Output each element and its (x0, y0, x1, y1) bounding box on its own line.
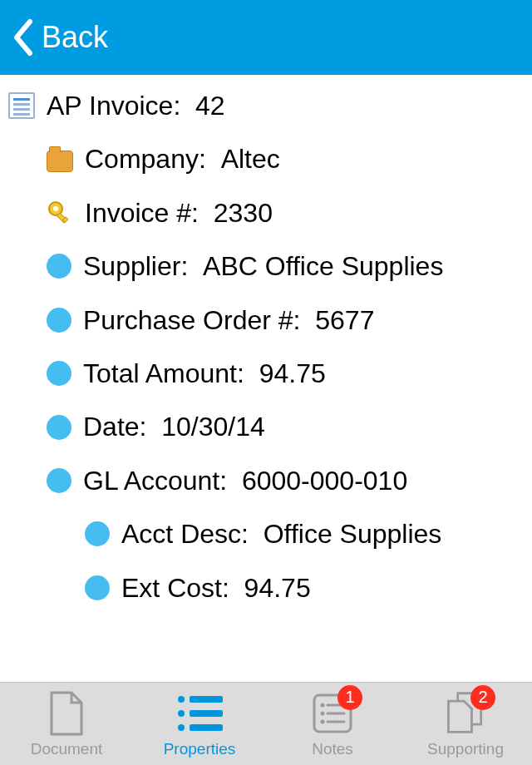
property-label: Date: (83, 411, 161, 442)
header-row[interactable]: AP Invoice: 42 (8, 90, 524, 121)
dot-icon (85, 575, 110, 600)
tab-properties[interactable]: Properties (133, 690, 266, 758)
property-value: Altec (221, 143, 280, 175)
property-row-ext-cost[interactable]: Ext Cost: 94.75 (8, 572, 524, 604)
svg-point-13 (321, 711, 325, 715)
header-value: 42 (195, 90, 225, 121)
property-row-invoice-number[interactable]: Invoice #: 2330 (8, 197, 524, 229)
back-button[interactable]: Back (12, 18, 108, 57)
svg-point-6 (178, 710, 185, 717)
property-row-acct-desc[interactable]: Acct Desc: Office Supplies (8, 518, 524, 550)
tab-label: Notes (312, 740, 353, 758)
property-value: 10/30/14 (161, 411, 265, 442)
property-label: Ext Cost: (121, 572, 244, 604)
document-icon (8, 92, 35, 119)
supporting-badge: 2 (470, 685, 495, 710)
dot-icon (47, 415, 71, 440)
property-row-date[interactable]: Date: 10/30/14 (8, 411, 524, 442)
tab-label: Document (31, 740, 103, 758)
tab-notes[interactable]: 1 Notes (266, 690, 399, 758)
property-value: Office Supplies (264, 518, 442, 550)
property-value: 94.75 (244, 572, 311, 604)
property-label: Company: (85, 143, 221, 175)
tab-document[interactable]: Document (0, 690, 133, 758)
notes-badge: 1 (337, 685, 362, 710)
dot-icon (47, 468, 71, 493)
property-row-supplier[interactable]: Supplier: ABC Office Supplies (8, 250, 524, 282)
property-label: Purchase Order #: (83, 304, 315, 336)
dot-icon (47, 308, 71, 333)
property-row-po[interactable]: Purchase Order #: 5677 (8, 304, 524, 336)
tab-bar: Document Properties (0, 682, 532, 765)
property-row-total[interactable]: Total Amount: 94.75 (8, 358, 524, 389)
navbar: Back (0, 0, 532, 75)
svg-rect-5 (190, 696, 223, 703)
property-label: Total Amount: (83, 358, 259, 389)
dot-icon (47, 361, 71, 386)
svg-point-8 (178, 724, 185, 731)
property-value: 2330 (214, 197, 273, 229)
list-icon (176, 694, 223, 733)
properties-list: AP Invoice: 42 Company: Altec Invoice #:… (0, 75, 532, 604)
svg-point-15 (321, 719, 325, 723)
chevron-left-icon (12, 18, 33, 57)
property-value: 5677 (315, 304, 374, 336)
property-label: Invoice #: (85, 197, 214, 229)
property-value: 6000-000-010 (242, 465, 407, 496)
property-value: ABC Office Supplies (203, 250, 443, 282)
property-label: Supplier: (83, 250, 203, 282)
tab-supporting[interactable]: 2 Supporting (399, 690, 532, 758)
svg-rect-9 (190, 724, 223, 731)
dot-icon (85, 521, 110, 546)
svg-point-1 (53, 206, 58, 211)
property-value: 94.75 (259, 358, 326, 389)
document-tab-icon (48, 691, 85, 736)
tab-label: Supporting (427, 740, 504, 758)
tab-label: Properties (164, 740, 236, 758)
property-row-company[interactable]: Company: Altec (8, 143, 524, 175)
back-label: Back (42, 20, 108, 55)
folder-icon (47, 151, 73, 172)
property-label: GL Account: (83, 465, 242, 496)
svg-point-4 (178, 696, 185, 703)
header-label: AP Invoice: (47, 90, 195, 121)
property-row-gl-account[interactable]: GL Account: 6000-000-010 (8, 465, 524, 496)
property-label: Acct Desc: (121, 518, 264, 550)
svg-rect-7 (190, 710, 223, 717)
dot-icon (47, 254, 71, 279)
svg-point-11 (321, 703, 325, 707)
key-icon (47, 200, 73, 226)
